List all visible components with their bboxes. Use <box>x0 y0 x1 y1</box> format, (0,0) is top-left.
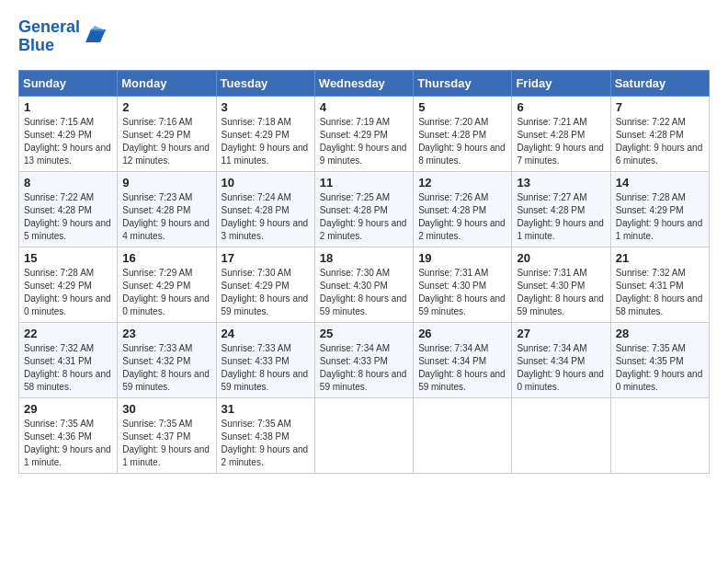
calendar-cell: 14 Sunrise: 7:28 AM Sunset: 4:29 PM Dayl… <box>610 171 709 247</box>
calendar-cell: 24 Sunrise: 7:33 AM Sunset: 4:33 PM Dayl… <box>216 322 314 397</box>
day-number: 2 <box>122 100 210 114</box>
calendar-cell: 27 Sunrise: 7:34 AM Sunset: 4:34 PM Dayl… <box>512 322 610 397</box>
day-number: 31 <box>222 402 310 416</box>
day-number: 11 <box>320 176 408 190</box>
day-number: 23 <box>122 327 210 340</box>
day-number: 21 <box>616 251 704 265</box>
calendar-week-row: 22 Sunrise: 7:32 AM Sunset: 4:31 PM Dayl… <box>19 322 710 397</box>
calendar-cell <box>610 397 709 473</box>
day-info: Sunrise: 7:27 AM Sunset: 4:28 PM Dayligh… <box>517 191 605 243</box>
calendar-cell: 26 Sunrise: 7:34 AM Sunset: 4:34 PM Dayl… <box>414 322 512 397</box>
day-number: 6 <box>517 100 605 114</box>
calendar-cell: 13 Sunrise: 7:27 AM Sunset: 4:28 PM Dayl… <box>512 171 610 247</box>
calendar-header: SundayMondayTuesdayWednesdayThursdayFrid… <box>19 70 710 96</box>
day-info: Sunrise: 7:30 AM Sunset: 4:29 PM Dayligh… <box>222 267 310 318</box>
day-info: Sunrise: 7:19 AM Sunset: 4:29 PM Dayligh… <box>320 116 408 167</box>
calendar-cell: 10 Sunrise: 7:24 AM Sunset: 4:28 PM Dayl… <box>216 171 314 247</box>
day-info: Sunrise: 7:29 AM Sunset: 4:29 PM Dayligh… <box>122 267 210 318</box>
day-info: Sunrise: 7:31 AM Sunset: 4:30 PM Dayligh… <box>517 267 605 318</box>
day-info: Sunrise: 7:22 AM Sunset: 4:28 PM Dayligh… <box>24 191 112 243</box>
calendar-cell <box>414 397 512 473</box>
calendar-cell: 11 Sunrise: 7:25 AM Sunset: 4:28 PM Dayl… <box>314 171 413 247</box>
calendar-cell: 20 Sunrise: 7:31 AM Sunset: 4:30 PM Dayl… <box>512 247 610 322</box>
calendar-cell: 23 Sunrise: 7:33 AM Sunset: 4:32 PM Dayl… <box>118 322 216 397</box>
weekday-header: Monday <box>118 70 216 96</box>
day-number: 29 <box>24 402 112 416</box>
calendar-cell: 30 Sunrise: 7:35 AM Sunset: 4:37 PM Dayl… <box>118 397 216 473</box>
weekday-header: Saturday <box>610 70 709 96</box>
logo-icon <box>82 24 108 50</box>
day-info: Sunrise: 7:33 AM Sunset: 4:32 PM Dayligh… <box>122 342 210 394</box>
day-number: 17 <box>222 251 310 265</box>
day-number: 20 <box>517 251 605 265</box>
calendar-cell: 7 Sunrise: 7:22 AM Sunset: 4:28 PM Dayli… <box>610 96 709 171</box>
calendar-cell: 9 Sunrise: 7:23 AM Sunset: 4:28 PM Dayli… <box>118 171 216 247</box>
day-number: 1 <box>24 100 112 114</box>
day-number: 3 <box>222 100 310 114</box>
day-info: Sunrise: 7:32 AM Sunset: 4:31 PM Dayligh… <box>616 267 704 318</box>
day-info: Sunrise: 7:35 AM Sunset: 4:38 PM Dayligh… <box>222 418 310 469</box>
day-info: Sunrise: 7:35 AM Sunset: 4:37 PM Dayligh… <box>122 418 210 469</box>
calendar-cell: 8 Sunrise: 7:22 AM Sunset: 4:28 PM Dayli… <box>19 171 118 247</box>
calendar-cell: 15 Sunrise: 7:28 AM Sunset: 4:29 PM Dayl… <box>19 247 118 322</box>
calendar-week-row: 1 Sunrise: 7:15 AM Sunset: 4:29 PM Dayli… <box>19 96 710 171</box>
day-info: Sunrise: 7:35 AM Sunset: 4:36 PM Dayligh… <box>24 418 112 469</box>
weekday-header: Wednesday <box>314 70 413 96</box>
calendar-week-row: 29 Sunrise: 7:35 AM Sunset: 4:36 PM Dayl… <box>19 397 710 473</box>
day-number: 19 <box>418 251 506 265</box>
day-info: Sunrise: 7:34 AM Sunset: 4:33 PM Dayligh… <box>320 342 408 394</box>
day-number: 27 <box>517 327 605 340</box>
calendar-body: 1 Sunrise: 7:15 AM Sunset: 4:29 PM Dayli… <box>19 96 710 473</box>
calendar-cell: 5 Sunrise: 7:20 AM Sunset: 4:28 PM Dayli… <box>414 96 512 171</box>
weekday-header: Thursday <box>414 70 512 96</box>
day-number: 13 <box>517 176 605 190</box>
day-info: Sunrise: 7:18 AM Sunset: 4:29 PM Dayligh… <box>222 116 310 167</box>
day-number: 5 <box>418 100 506 114</box>
calendar-week-row: 15 Sunrise: 7:28 AM Sunset: 4:29 PM Dayl… <box>19 247 710 322</box>
day-number: 4 <box>320 100 408 114</box>
calendar-cell: 25 Sunrise: 7:34 AM Sunset: 4:33 PM Dayl… <box>314 322 413 397</box>
day-number: 10 <box>222 176 310 190</box>
calendar-cell: 28 Sunrise: 7:35 AM Sunset: 4:35 PM Dayl… <box>610 322 709 397</box>
day-number: 18 <box>320 251 408 265</box>
day-number: 25 <box>320 327 408 340</box>
day-number: 15 <box>24 251 112 265</box>
day-info: Sunrise: 7:20 AM Sunset: 4:28 PM Dayligh… <box>418 116 506 167</box>
day-number: 8 <box>24 176 112 190</box>
day-number: 26 <box>418 327 506 340</box>
logo-text: GeneralBlue <box>18 18 80 55</box>
calendar-cell: 1 Sunrise: 7:15 AM Sunset: 4:29 PM Dayli… <box>19 96 118 171</box>
calendar-cell: 2 Sunrise: 7:16 AM Sunset: 4:29 PM Dayli… <box>118 96 216 171</box>
day-info: Sunrise: 7:24 AM Sunset: 4:28 PM Dayligh… <box>222 191 310 243</box>
day-info: Sunrise: 7:16 AM Sunset: 4:29 PM Dayligh… <box>122 116 210 167</box>
calendar-cell: 19 Sunrise: 7:31 AM Sunset: 4:30 PM Dayl… <box>414 247 512 322</box>
day-info: Sunrise: 7:25 AM Sunset: 4:28 PM Dayligh… <box>320 191 408 243</box>
day-number: 14 <box>616 176 704 190</box>
day-number: 24 <box>222 327 310 340</box>
day-number: 30 <box>122 402 210 416</box>
day-info: Sunrise: 7:32 AM Sunset: 4:31 PM Dayligh… <box>24 342 112 394</box>
calendar-cell: 22 Sunrise: 7:32 AM Sunset: 4:31 PM Dayl… <box>19 322 118 397</box>
calendar-cell: 4 Sunrise: 7:19 AM Sunset: 4:29 PM Dayli… <box>314 96 413 171</box>
day-number: 16 <box>122 251 210 265</box>
logo: GeneralBlue <box>18 18 108 55</box>
day-info: Sunrise: 7:33 AM Sunset: 4:33 PM Dayligh… <box>222 342 310 394</box>
day-info: Sunrise: 7:34 AM Sunset: 4:34 PM Dayligh… <box>418 342 506 394</box>
day-info: Sunrise: 7:21 AM Sunset: 4:28 PM Dayligh… <box>517 116 605 167</box>
day-number: 9 <box>122 176 210 190</box>
day-number: 28 <box>616 327 704 340</box>
day-info: Sunrise: 7:35 AM Sunset: 4:35 PM Dayligh… <box>616 342 704 394</box>
calendar-table: SundayMondayTuesdayWednesdayThursdayFrid… <box>18 70 710 474</box>
calendar-cell <box>314 397 413 473</box>
weekday-header: Sunday <box>19 70 118 96</box>
calendar-week-row: 8 Sunrise: 7:22 AM Sunset: 4:28 PM Dayli… <box>19 171 710 247</box>
day-number: 22 <box>24 327 112 340</box>
calendar-cell: 17 Sunrise: 7:30 AM Sunset: 4:29 PM Dayl… <box>216 247 314 322</box>
calendar-cell <box>512 397 610 473</box>
svg-marker-1 <box>89 26 108 31</box>
weekday-header: Friday <box>512 70 610 96</box>
page-header: GeneralBlue <box>18 18 710 55</box>
calendar-cell: 18 Sunrise: 7:30 AM Sunset: 4:30 PM Dayl… <box>314 247 413 322</box>
day-info: Sunrise: 7:31 AM Sunset: 4:30 PM Dayligh… <box>418 267 506 318</box>
calendar-cell: 3 Sunrise: 7:18 AM Sunset: 4:29 PM Dayli… <box>216 96 314 171</box>
